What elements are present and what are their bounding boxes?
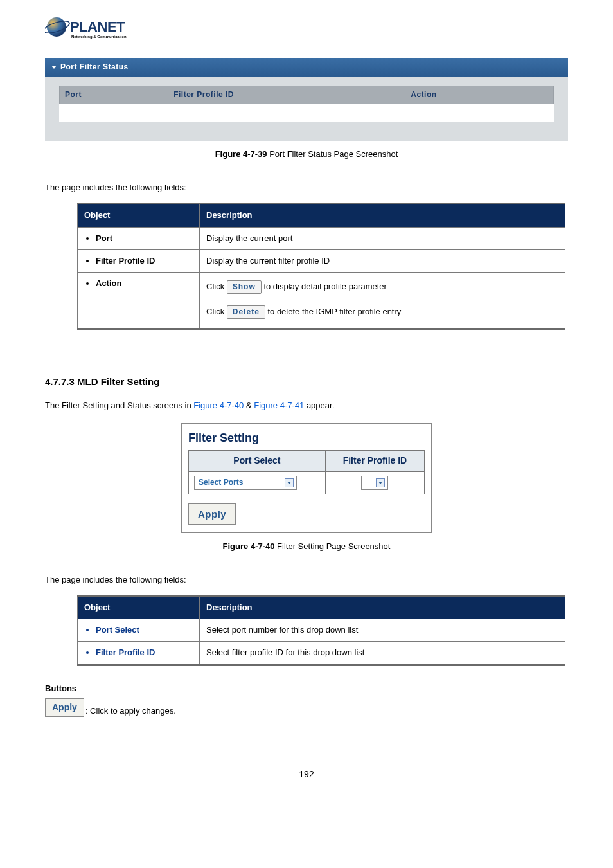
planet-logo-svg: PLANET Networking & Communication [45,13,161,46]
apply-description: Apply : Click to apply changes. [45,698,568,718]
svg-point-0 [47,17,66,37]
chevron-down-icon [285,478,294,487]
intro-line-1: The page includes the following fields: [45,182,568,194]
obj-filter-profile-id-2: Filter Profile ID [96,647,193,658]
ref-link-1[interactable]: Figure 4-7-40 [193,401,244,410]
figure-label-2: Figure 4-7-40 [223,541,275,551]
figure-caption-1: Figure 4-7-39 Port Filter Status Page Sc… [45,149,568,160]
figure-text-2: Filter Setting Page Screenshot [274,541,390,551]
ref-text-a: The Filter Setting and Status screens in [45,401,193,410]
table-row: Filter Profile ID Display the current fi… [78,249,565,272]
reference-line: The Filter Setting and Status screens in… [45,400,568,411]
text-click-1: Click [206,282,227,291]
description-table-2: Object Description Port Select Select po… [77,595,565,666]
figure-text-1: Port Filter Status Page Screenshot [267,149,398,159]
apply-button-inline[interactable]: Apply [45,698,84,718]
text-delete-desc: to delete the IGMP filter profile entry [267,307,401,316]
figure-caption-2: Figure 4-7-40 Filter Setting Page Screen… [45,541,568,552]
apply-button[interactable]: Apply [188,503,236,525]
table-row: Action Click Show to display detail prof… [78,273,565,329]
obj-action: Action [96,278,193,289]
desc-action: Click Show to display detail profile par… [200,273,565,329]
buttons-heading: Buttons [45,683,568,694]
port-filter-status-panel: Port Filter Status Port Filter Profile I… [45,58,568,141]
col-port: Port [60,86,168,104]
empty-row [60,104,554,122]
svg-text:Networking & Communication: Networking & Communication [71,35,127,39]
port-select-dropdown[interactable]: Select Ports [194,476,297,490]
th-object: Object [78,204,200,227]
section-heading: 4.7.7.3 MLD Filter Setting [45,375,568,388]
filter-setting-title: Filter Setting [188,430,425,446]
col-filter-profile-id-2: Filter Profile ID [325,451,424,472]
table-row: Port Select Select port number for this … [78,619,565,642]
filter-setting-panel: Filter Setting Port Select Filter Profil… [181,423,432,533]
obj-port: Port [96,233,193,244]
page-number: 192 [45,768,568,781]
panel-header[interactable]: Port Filter Status [45,58,568,77]
text-show-desc: to display detail profile parameter [263,282,387,291]
ref-text-b: appear. [306,401,334,410]
obj-port-select: Port Select [96,624,193,636]
desc-port: Display the current port [200,227,565,249]
table-row: Filter Profile ID Select filter profile … [78,642,565,665]
col-action: Action [405,86,554,104]
logo-block: PLANET Networking & Communication [45,13,568,46]
th-object-2: Object [78,595,200,619]
obj-filter-profile-id: Filter Profile ID [96,255,193,267]
th-description-2: Description [200,595,565,619]
chevron-down-icon [376,478,385,487]
show-button[interactable]: Show [227,280,262,294]
table-row: Port Display the current port [78,227,565,249]
ref-link-2[interactable]: Figure 4-7-41 [254,401,304,410]
port-select-value: Select Ports [199,477,243,488]
description-table-1: Object Description Port Display the curr… [77,203,565,329]
desc-filter-profile-id: Display the current filter profile ID [200,249,565,272]
desc-port-select: Select port number for this drop down li… [200,619,565,642]
status-table: Port Filter Profile ID Action [59,86,554,122]
apply-desc-text: : Click to apply changes. [85,705,176,717]
delete-button[interactable]: Delete [227,305,265,319]
logo: PLANET Networking & Communication [45,13,568,46]
panel-title: Port Filter Status [60,62,129,73]
col-port-select: Port Select [189,451,326,472]
col-filter-profile-id: Filter Profile ID [168,86,405,104]
panel-body: Port Filter Profile ID Action [45,77,568,122]
figure-label-1: Figure 4-7-39 [215,149,267,159]
text-click-2: Click [206,307,227,316]
filter-setting-table: Port Select Filter Profile ID Select Por… [188,450,425,494]
chevron-down-icon [51,66,57,69]
intro-line-2: The page includes the following fields: [45,574,568,586]
filter-profile-dropdown[interactable] [361,476,388,490]
th-description: Description [200,204,565,227]
ref-text-mid: & [246,401,254,410]
desc-filter-profile-id-2: Select filter profile ID for this drop d… [200,642,565,665]
svg-text:PLANET: PLANET [70,19,125,35]
